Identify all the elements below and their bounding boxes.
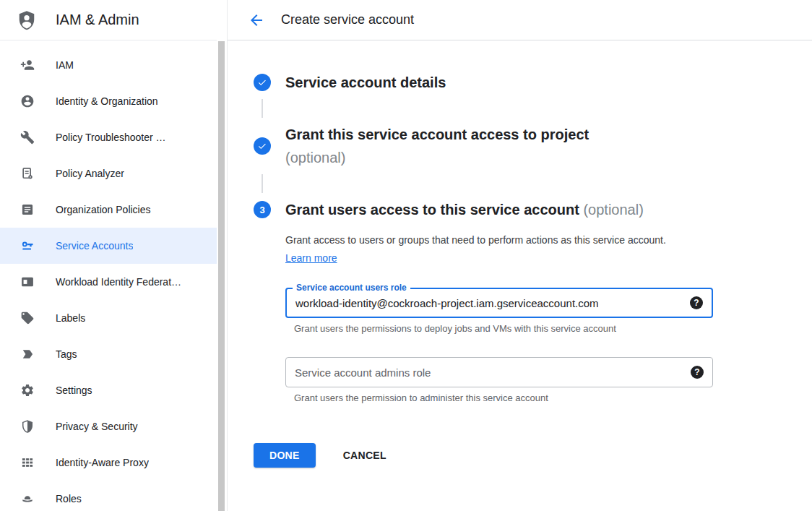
service-account-admins-role-input[interactable] — [286, 366, 691, 379]
sidebar-item-label: Policy Troubleshooter … — [56, 132, 166, 143]
help-icon[interactable]: ? — [690, 296, 703, 309]
half-shield-icon — [20, 419, 35, 434]
service-account-admins-role-field: ? — [285, 357, 713, 387]
sidebar: IAM & Admin IAM Identity & Organization … — [0, 0, 217, 511]
sidebar-item-tags[interactable]: Tags — [0, 336, 217, 372]
person-add-icon — [20, 58, 35, 72]
page-title: Create service account — [281, 12, 414, 27]
topbar: Create service account — [228, 0, 812, 40]
sidebar-header: IAM & Admin — [0, 0, 217, 40]
service-account-users-role-field: Service account users role ? — [285, 288, 713, 318]
sidebar-item-label: Roles — [56, 493, 82, 504]
arrow-back-icon — [248, 12, 265, 29]
sidebar-nav: IAM Identity & Organization Policy Troub… — [0, 40, 217, 511]
sidebar-item-policy-troubleshooter[interactable]: Policy Troubleshooter … — [0, 119, 217, 155]
hat-icon — [20, 491, 35, 506]
sidebar-item-settings[interactable]: Settings — [0, 372, 217, 408]
sidebar-item-labels[interactable]: Labels — [0, 300, 217, 336]
back-button[interactable] — [248, 12, 265, 29]
form-actions: DONE CANCEL — [254, 443, 812, 468]
step-2-row: Grant this service account access to pro… — [254, 123, 812, 169]
learn-more-link[interactable]: Learn more — [285, 252, 337, 264]
sidebar-item-label: Organization Policies — [56, 204, 151, 215]
users-role-helper-text: Grant users the permissions to deploy jo… — [294, 323, 812, 334]
app-root: IAM & Admin IAM Identity & Organization … — [0, 0, 812, 511]
sidebar-item-label: IAM — [56, 59, 74, 71]
sidebar-item-identity-aware-proxy[interactable]: Identity-Aware Proxy — [0, 445, 217, 481]
help-icon[interactable]: ? — [691, 366, 704, 379]
step-3-row: 3 Grant users access to this service acc… — [254, 198, 812, 221]
proxy-grid-icon — [20, 455, 35, 470]
account-circle-icon — [20, 94, 35, 108]
create-service-account-form: Service account details Grant this servi… — [228, 40, 812, 468]
sidebar-item-label: Settings — [56, 385, 92, 396]
sidebar-item-iam[interactable]: IAM — [0, 47, 217, 83]
step2-title: Grant this service account access to pro… — [285, 123, 589, 169]
sidebar-scrollbar[interactable] — [217, 0, 227, 511]
sidebar-item-label: Privacy & Security — [56, 421, 138, 432]
step1-title: Service account details — [285, 71, 446, 94]
sidebar-item-service-accounts[interactable]: Service Accounts — [0, 228, 217, 264]
users-role-field-label: Service account users role — [293, 283, 410, 293]
sidebar-item-roles[interactable]: Roles — [0, 481, 217, 511]
step3-body: Grant access to users or groups that nee… — [285, 231, 812, 403]
sidebar-item-identity-organization[interactable]: Identity & Organization — [0, 83, 217, 119]
step-connector — [262, 99, 263, 118]
service-account-key-icon — [20, 239, 35, 253]
gear-icon — [20, 383, 35, 398]
tag-icon — [20, 311, 35, 325]
iam-shield-icon — [16, 9, 38, 32]
scrollbar-thumb[interactable] — [218, 41, 225, 511]
sidebar-item-label: Identity-Aware Proxy — [56, 457, 149, 468]
sidebar-item-label: Workload Identity Federat… — [56, 276, 181, 288]
sidebar-title: IAM & Admin — [56, 12, 139, 28]
sidebar-item-workload-identity-federation[interactable]: Workload Identity Federat… — [0, 264, 217, 300]
wrench-icon — [20, 130, 35, 145]
step3-optional-label: (optional) — [583, 202, 643, 218]
cancel-button[interactable]: CANCEL — [339, 449, 391, 462]
sidebar-item-label: Service Accounts — [56, 240, 133, 252]
article-icon — [20, 202, 35, 217]
step1-check-icon — [254, 74, 271, 91]
done-button[interactable]: DONE — [254, 443, 316, 468]
step3-title: Grant users access to this service accou… — [285, 198, 644, 221]
card-icon — [20, 275, 35, 289]
sidebar-item-label: Identity & Organization — [56, 95, 158, 107]
step2-check-icon — [254, 137, 271, 155]
step3-description: Grant access to users or groups that nee… — [285, 231, 687, 267]
admins-role-helper-text: Grant users the permission to administer… — [294, 392, 812, 403]
main-panel: Create service account Service account d… — [227, 0, 812, 511]
step3-number-badge: 3 — [254, 201, 271, 218]
sidebar-item-policy-analyzer[interactable]: Policy Analyzer — [0, 155, 217, 192]
step2-optional-label: (optional) — [285, 146, 589, 169]
sidebar-item-privacy-security[interactable]: Privacy & Security — [0, 408, 217, 445]
sidebar-item-organization-policies[interactable]: Organization Policies — [0, 192, 217, 228]
step-connector — [262, 174, 263, 193]
label-arrow-icon — [20, 347, 35, 361]
service-account-users-role-input[interactable] — [287, 297, 690, 309]
sidebar-item-label: Policy Analyzer — [56, 168, 124, 179]
sidebar-item-label: Labels — [56, 312, 85, 324]
document-gear-icon — [20, 166, 35, 181]
step-1-row: Service account details — [254, 71, 812, 94]
sidebar-item-label: Tags — [56, 348, 77, 360]
